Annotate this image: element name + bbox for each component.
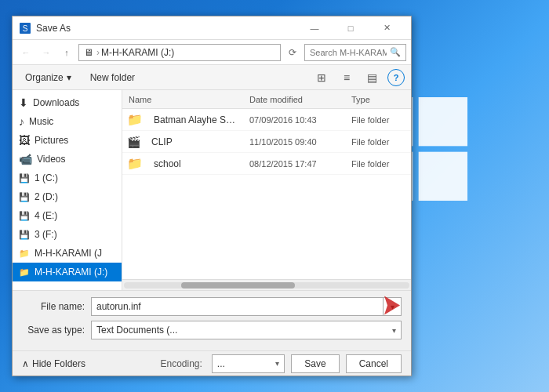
nav-item-drive-c[interactable]: 💾 1 (C:): [13, 169, 122, 187]
nav-item-pictures[interactable]: 🖼 Pictures: [13, 131, 122, 150]
nav-label-drive-j1: M-H-KARAMI (J: [35, 248, 115, 259]
save-type-value: Text Documents (...: [96, 325, 177, 336]
svg-rect-1: [419, 97, 467, 146]
pictures-icon: 🖼: [19, 134, 30, 147]
nav-item-drive-f[interactable]: 💾 3 (F:): [13, 225, 122, 244]
svg-text:S: S: [23, 24, 28, 33]
search-input[interactable]: [310, 48, 387, 57]
path-text: M-H-KARAMI (J:): [101, 47, 174, 58]
address-path[interactable]: 🖥 › M-H-KARAMI (J:): [78, 44, 281, 61]
folder-icon-2: 🎬: [127, 136, 140, 148]
downloads-icon: ⬇: [19, 96, 28, 109]
file-row[interactable]: 📁 Batman Alayhe Superman 07/09/2016 10:4…: [122, 109, 411, 131]
file-row[interactable]: 🎬 CLIP 11/10/2015 09:40 File folder: [122, 131, 411, 153]
content-area: ⬇ Downloads ♪ Music 🖼 Pictures 📹 Videos …: [13, 90, 411, 290]
folder-icon-3: 📁: [127, 156, 143, 171]
encoding-label: Encoding:: [160, 358, 202, 369]
nav-label-music: Music: [29, 116, 115, 127]
file-name-label: File name:: [22, 301, 85, 312]
nav-item-drive-e[interactable]: 💾 4 (E:): [13, 206, 122, 225]
save-type-label: Save as type:: [22, 325, 85, 336]
file-name-dropdown[interactable]: ▾: [383, 297, 402, 316]
nav-label-drive-j2: M-H-KARAMI (J:): [35, 267, 115, 278]
file-name-row: File name: ▾: [22, 297, 402, 316]
minimize-button[interactable]: —: [296, 16, 333, 40]
view-list-button[interactable]: ≡: [337, 68, 356, 87]
nav-item-music[interactable]: ♪ Music: [13, 112, 122, 131]
col-type-header[interactable]: Type: [348, 95, 411, 104]
path-separator: ›: [96, 47, 100, 58]
title-bar: S Save As — □ ✕: [13, 16, 411, 40]
up-button[interactable]: ↑: [58, 44, 75, 61]
search-box: 🔍: [304, 44, 406, 61]
save-type-arrow: ▾: [392, 326, 396, 335]
refresh-button[interactable]: ⟳: [284, 44, 301, 61]
videos-icon: 📹: [19, 153, 32, 165]
nav-item-drive-j2[interactable]: 📁 M-H-KARAMI (J:): [13, 263, 122, 281]
back-button[interactable]: ←: [17, 44, 35, 61]
file-list-header[interactable]: Name Date modified Type: [122, 90, 411, 109]
hide-folders-button[interactable]: ∧ Hide Folders: [22, 358, 85, 369]
organize-button[interactable]: Organize ▾: [19, 68, 78, 87]
file-date-1: 07/09/2016 10:43: [246, 115, 348, 125]
encoding-arrow: ▾: [275, 359, 279, 368]
view-toggle-button[interactable]: ⊞: [312, 68, 331, 87]
nav-label-drive-e: 4 (E:): [35, 210, 115, 221]
nav-item-downloads[interactable]: ⬇ Downloads: [13, 93, 122, 112]
file-name-3: school: [147, 158, 246, 169]
nav-item-drive-d[interactable]: 💾 2 (D:): [13, 187, 122, 206]
nav-label-drive-c: 1 (C:): [35, 172, 115, 183]
file-type-1: File folder: [348, 115, 411, 125]
nav-label-drive-f: 3 (F:): [35, 229, 115, 240]
col-date-header[interactable]: Date modified: [246, 95, 348, 104]
svg-rect-3: [419, 152, 467, 201]
new-folder-label: New folder: [90, 72, 135, 83]
file-row[interactable]: 📁 school 08/12/2015 17:47 File folder: [122, 153, 411, 175]
organize-label: Organize: [25, 72, 64, 83]
view-details-button[interactable]: ▤: [362, 68, 381, 87]
file-type-2: File folder: [348, 137, 411, 147]
file-name-2: CLIP: [145, 136, 246, 147]
save-button[interactable]: Save: [291, 354, 339, 373]
save-as-dialog: S Save As — □ ✕ ← → ↑ 🖥 › M-H-KARAMI (J:…: [12, 16, 412, 376]
drive-j2-icon: 📁: [19, 267, 30, 278]
nav-item-videos[interactable]: 📹 Videos: [13, 150, 122, 169]
drive-j1-icon: 📁: [19, 249, 30, 259]
view-details-icon: ▤: [367, 71, 377, 84]
organize-arrow: ▾: [67, 72, 71, 83]
scrollbar-track[interactable]: [124, 282, 409, 289]
save-type-select[interactable]: Text Documents (... ▾: [91, 321, 402, 339]
music-icon: ♪: [19, 115, 24, 128]
nav-item-drive-j1[interactable]: 📁 M-H-KARAMI (J: [13, 244, 122, 263]
save-type-row: Save as type: Text Documents (... ▾: [22, 321, 402, 339]
drive-e-icon: 💾: [19, 211, 30, 221]
close-button[interactable]: ✕: [369, 16, 405, 40]
forward-button[interactable]: →: [38, 44, 55, 61]
file-date-2: 11/10/2015 09:40: [246, 137, 348, 147]
file-type-3: File folder: [348, 159, 411, 169]
nav-label-pictures: Pictures: [35, 135, 115, 146]
folder-icon-1: 📁: [127, 112, 143, 127]
address-bar: ← → ↑ 🖥 › M-H-KARAMI (J:) ⟳ 🔍: [13, 40, 411, 65]
hide-folders-arrow: ∧: [22, 358, 29, 369]
file-name-input[interactable]: [91, 297, 384, 316]
new-folder-button[interactable]: New folder: [84, 68, 141, 87]
dialog-title: Save As: [36, 23, 296, 34]
view-icon: ⊞: [317, 71, 326, 84]
col-name-header[interactable]: Name: [122, 95, 246, 104]
cancel-button[interactable]: Cancel: [346, 354, 402, 373]
drive-c-icon: 💾: [19, 173, 30, 183]
drive-f-icon: 💾: [19, 230, 30, 240]
dialog-icon: S: [19, 22, 31, 34]
hide-folders-label: Hide Folders: [32, 358, 85, 369]
nav-panel: ⬇ Downloads ♪ Music 🖼 Pictures 📹 Videos …: [13, 90, 122, 290]
help-button[interactable]: ?: [387, 69, 405, 86]
scrollbar-thumb[interactable]: [181, 282, 296, 289]
nav-label-downloads: Downloads: [33, 97, 115, 108]
maximize-button[interactable]: □: [333, 16, 369, 40]
file-name-1: Batman Alayhe Superman: [147, 114, 246, 125]
horizontal-scrollbar[interactable]: [122, 279, 411, 290]
view-list-icon: ≡: [344, 71, 350, 84]
file-list: Name Date modified Type 📁 Batman Alayhe …: [122, 90, 411, 279]
encoding-select[interactable]: ... ▾: [212, 354, 285, 373]
